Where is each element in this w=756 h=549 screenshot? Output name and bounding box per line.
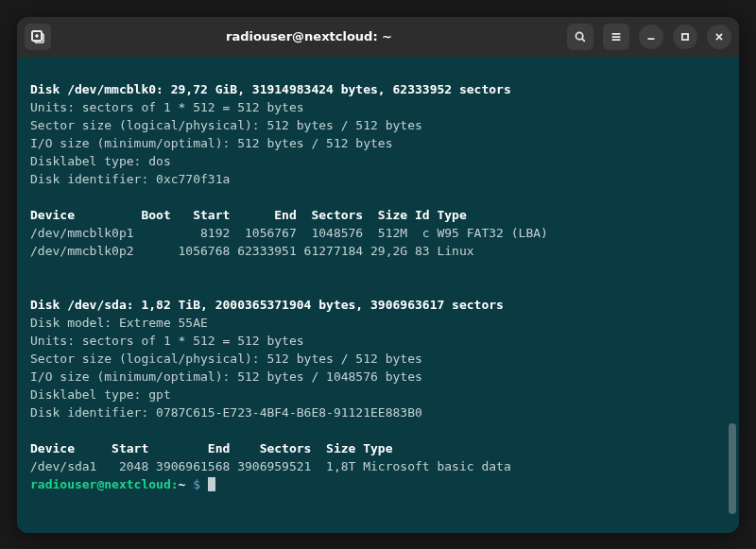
scrollbar-thumb[interactable] xyxy=(729,423,736,514)
window-title: radiouser@nextcloud: ~ xyxy=(51,29,567,43)
new-tab-icon xyxy=(30,29,45,44)
disk1-disk-id: Disk identifier: 0787C615-E723-4BF4-B6E8… xyxy=(30,404,726,422)
disk1-table-header: Device Start End Sectors Size Type xyxy=(30,440,726,458)
disk0-table-header: Device Boot Start End Sectors Size Id Ty… xyxy=(30,207,726,225)
close-icon xyxy=(713,30,726,43)
close-button[interactable] xyxy=(707,25,731,49)
terminal-viewport[interactable]: Disk /dev/mmcblk0: 29,72 GiB, 3191498342… xyxy=(17,57,739,533)
disk1-sector-size: Sector size (logical/physical): 512 byte… xyxy=(30,351,726,369)
prompt-dollar: $ xyxy=(185,477,207,491)
disk0-units: Units: sectors of 1 * 512 = 512 bytes xyxy=(30,99,726,117)
maximize-icon xyxy=(679,30,692,43)
disk1-io-size: I/O size (minimum/optimal): 512 bytes / … xyxy=(30,369,726,386)
disk0-header: Disk /dev/mmcblk0: 29,72 GiB, 3191498342… xyxy=(30,81,726,99)
disk1-model: Disk model: Extreme 55AE xyxy=(30,315,726,333)
disk0-io-size: I/O size (minimum/optimal): 512 bytes / … xyxy=(30,135,726,153)
prompt-colon: : xyxy=(171,477,179,491)
disk0-disk-id: Disk identifier: 0xc770f31a xyxy=(30,171,726,189)
table-row: /dev/mmcblk0p2 1056768 62333951 61277184… xyxy=(30,243,726,261)
disk0-disklabel: Disklabel type: dos xyxy=(30,153,726,171)
search-icon xyxy=(574,30,587,43)
prompt-line: radiouser@nextcloud:~ $ xyxy=(30,476,726,494)
hamburger-icon xyxy=(610,30,623,43)
maximize-button[interactable] xyxy=(673,25,697,49)
svg-rect-2 xyxy=(682,33,688,39)
disk1-units: Units: sectors of 1 * 512 = 512 bytes xyxy=(30,333,726,351)
disk1-disklabel: Disklabel type: gpt xyxy=(30,386,726,404)
minimize-button[interactable] xyxy=(639,25,663,49)
titlebar-left xyxy=(25,24,51,50)
titlebar-right xyxy=(567,24,731,50)
svg-point-1 xyxy=(576,32,582,39)
disk0-sector-size: Sector size (logical/physical): 512 byte… xyxy=(30,117,726,135)
cursor xyxy=(208,477,215,491)
table-row: /dev/mmcblk0p1 8192 1056767 1048576 512M… xyxy=(30,225,726,243)
table-row: /dev/sda1 2048 3906961568 3906959521 1,8… xyxy=(30,458,726,476)
disk1-header: Disk /dev/sda: 1,82 TiB, 2000365371904 b… xyxy=(30,297,726,315)
menu-button[interactable] xyxy=(603,24,629,50)
minimize-icon xyxy=(644,30,658,43)
search-button[interactable] xyxy=(567,24,593,50)
new-tab-button[interactable] xyxy=(25,24,51,50)
terminal-window: radiouser@nextcloud: ~ xyxy=(17,17,739,533)
titlebar: radiouser@nextcloud: ~ xyxy=(17,17,739,57)
prompt-user-host: radiouser@nextcloud xyxy=(30,477,171,491)
